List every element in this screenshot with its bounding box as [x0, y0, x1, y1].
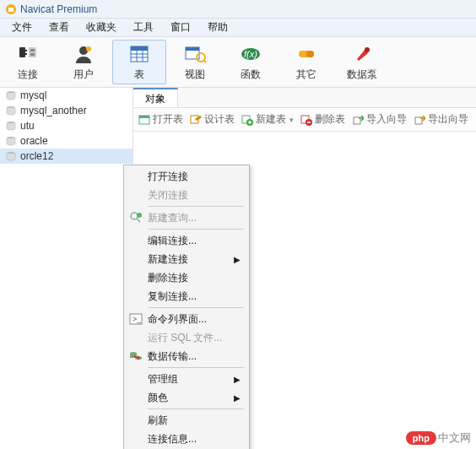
- database-icon: [5, 150, 17, 162]
- menu-0[interactable]: 文件: [3, 19, 41, 36]
- context-label: 复制连接...: [148, 289, 197, 304]
- tree-label: mysql_another: [20, 105, 87, 116]
- menu-5[interactable]: 帮助: [199, 19, 236, 36]
- database-icon: [5, 105, 17, 116]
- action-label: 新建表: [256, 112, 286, 127]
- tree-item-oracle[interactable]: oracle: [0, 133, 133, 149]
- context-label: 刷新: [148, 414, 168, 428]
- context-item-7[interactable]: 删除连接: [126, 268, 247, 287]
- submenu-arrow-icon: ▶: [234, 375, 241, 384]
- tree-item-mysql_another[interactable]: mysql_another: [0, 103, 133, 118]
- tree-item-orcle12[interactable]: orcle12: [0, 149, 133, 164]
- app-icon: [5, 3, 17, 15]
- tool-label: 连接: [18, 68, 38, 82]
- context-separator: [148, 206, 244, 207]
- tool-table[interactable]: 表: [112, 40, 166, 84]
- svg-text:f(x): f(x): [244, 49, 257, 59]
- context-item-12[interactable]: 数据传输...: [126, 347, 247, 365]
- context-label: 删除连接: [148, 271, 188, 285]
- tree-label: orcle12: [20, 150, 53, 162]
- fx-icon: f(x): [239, 42, 262, 66]
- action-design[interactable]: 设计表: [190, 112, 235, 127]
- svg-line-19: [203, 60, 206, 62]
- action-import[interactable]: 导入向导: [352, 112, 407, 127]
- open-icon: [138, 114, 150, 126]
- context-item-5[interactable]: 编辑连接...: [126, 231, 247, 250]
- tree-item-utu[interactable]: utu: [0, 118, 133, 133]
- context-separator: [148, 367, 244, 368]
- action-new[interactable]: 新建表▾: [241, 112, 294, 127]
- context-separator: [148, 229, 244, 230]
- tool-user[interactable]: 用户: [56, 37, 111, 87]
- context-label: 连接信息...: [148, 432, 197, 446]
- context-item-14[interactable]: 管理组▶: [126, 370, 247, 388]
- pill-icon: [295, 42, 318, 66]
- menu-3[interactable]: 工具: [125, 19, 162, 36]
- tabs: 对象: [133, 88, 476, 108]
- svg-rect-31: [139, 116, 149, 118]
- toolbar: 连接用户表视图f(x)函数其它数据泵: [0, 37, 476, 88]
- tool-label: 表: [134, 68, 144, 82]
- tool-fx[interactable]: f(x)函数: [223, 37, 279, 87]
- action-label: 删除表: [315, 112, 345, 127]
- svg-rect-3: [25, 50, 27, 51]
- tool-label: 数据泵: [347, 68, 377, 82]
- context-label: 编辑连接...: [148, 234, 197, 248]
- context-item-3: 新建查询...: [126, 208, 247, 227]
- svg-line-40: [137, 219, 140, 222]
- context-menu: 打开连接关闭连接新建查询...编辑连接...新建连接▶删除连接复制连接...>_…: [123, 165, 250, 449]
- tree-label: utu: [20, 120, 35, 132]
- svg-rect-17: [186, 47, 199, 51]
- context-item-10[interactable]: >_命令列界面...: [126, 310, 247, 328]
- action-export[interactable]: 导出向导: [414, 112, 468, 127]
- tree-label: mysql: [20, 89, 46, 101]
- watermark-text: 中文网: [438, 430, 471, 446]
- svg-rect-6: [30, 49, 35, 51]
- tool-label: 其它: [296, 68, 316, 82]
- tree-item-mysql[interactable]: mysql: [0, 88, 133, 103]
- context-item-6[interactable]: 新建连接▶: [126, 250, 247, 268]
- svg-rect-2: [19, 47, 25, 57]
- context-item-15[interactable]: 颜色▶: [126, 388, 247, 407]
- context-item-8[interactable]: 复制连接...: [126, 287, 247, 306]
- user-icon: [72, 42, 95, 66]
- dropdown-icon: ▾: [289, 116, 294, 124]
- menu-1[interactable]: 查看: [41, 19, 78, 36]
- cli-icon: >_: [129, 312, 143, 326]
- tab-objects[interactable]: 对象: [133, 88, 178, 107]
- context-label: 新建查询...: [148, 211, 197, 225]
- pump-icon: [350, 42, 374, 66]
- tool-label: 函数: [241, 68, 261, 82]
- tool-pump[interactable]: 数据泵: [334, 37, 390, 87]
- tool-pill[interactable]: 其它: [279, 37, 334, 87]
- svg-point-9: [86, 46, 91, 51]
- action-label: 打开表: [153, 112, 183, 127]
- design-icon: [190, 114, 202, 126]
- svg-rect-23: [306, 51, 314, 57]
- action-open[interactable]: 打开表: [138, 112, 183, 127]
- submenu-arrow-icon: ▶: [234, 255, 241, 264]
- action-label: 导入向导: [366, 112, 407, 127]
- context-separator: [148, 307, 244, 308]
- context-item-1: 关闭连接: [126, 186, 247, 204]
- context-item-18[interactable]: 连接信息...: [126, 430, 247, 448]
- tool-view[interactable]: 视图: [167, 37, 223, 87]
- svg-text:>_: >_: [133, 315, 142, 323]
- context-label: 数据传输...: [148, 349, 197, 364]
- context-label: 颜色: [148, 391, 168, 405]
- menu-2[interactable]: 收藏夹: [78, 19, 125, 36]
- svg-rect-11: [131, 46, 148, 51]
- menu-4[interactable]: 窗口: [162, 19, 199, 36]
- view-icon: [183, 42, 207, 66]
- submenu-arrow-icon: ▶: [234, 393, 241, 403]
- app-title: Navicat Premium: [20, 3, 97, 15]
- context-label: 关闭连接: [148, 188, 188, 203]
- context-item-0[interactable]: 打开连接: [126, 167, 247, 186]
- sidebar: mysqlmysql_anotherutuoracleorcle12: [0, 88, 133, 449]
- context-label: 管理组: [148, 372, 178, 387]
- action-delete[interactable]: 删除表: [300, 112, 345, 127]
- tool-plug[interactable]: 连接: [0, 37, 56, 87]
- context-item-17[interactable]: 刷新: [126, 411, 247, 430]
- context-label: 运行 SQL 文件...: [148, 331, 222, 345]
- export-icon: [414, 114, 425, 126]
